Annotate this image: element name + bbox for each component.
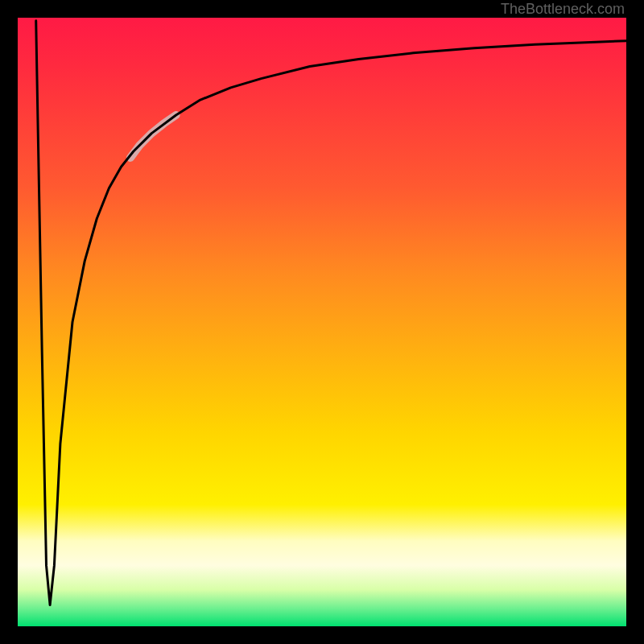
attribution-label: TheBottleneck.com	[499, 0, 626, 18]
curve-layer	[18, 18, 626, 626]
chart-frame: TheBottleneck.com	[0, 0, 644, 644]
bottleneck-curve	[36, 21, 626, 605]
plot-area	[18, 18, 626, 626]
